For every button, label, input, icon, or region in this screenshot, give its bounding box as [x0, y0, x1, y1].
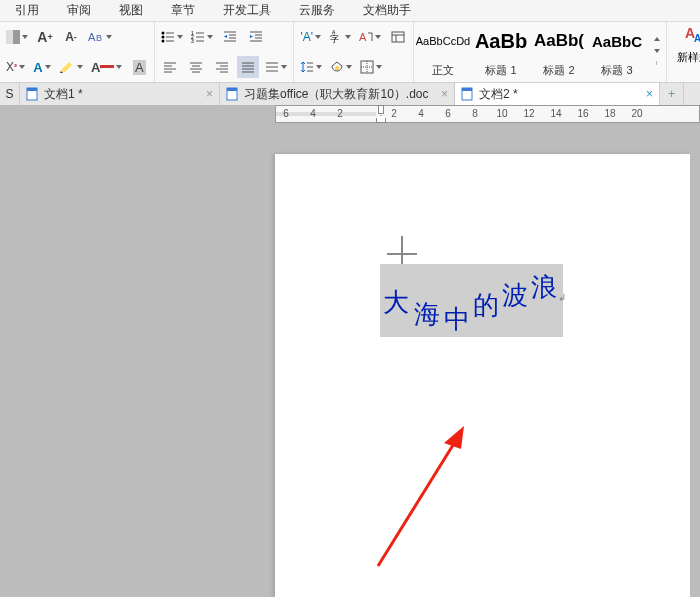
menu-item-cite[interactable]: 引用 — [15, 2, 39, 19]
menu-item-view[interactable]: 视图 — [119, 2, 143, 19]
horizontal-ruler[interactable]: 6422468101214161820 — [0, 105, 700, 125]
svg-text:B: B — [96, 33, 102, 43]
numbering-icon[interactable]: 123 — [189, 26, 215, 48]
svg-text:A: A — [359, 31, 367, 43]
tabs-icon[interactable] — [387, 26, 409, 48]
ribbon: A+ A- AB X² A A A 123 'A' — [0, 22, 700, 83]
new-style-icon: AA — [682, 24, 700, 46]
tab-close-icon[interactable]: × — [206, 87, 213, 101]
svg-point-4 — [162, 40, 165, 43]
borders-icon[interactable] — [358, 56, 384, 78]
ruler-tick: 6 — [276, 108, 296, 119]
tab-close-icon[interactable]: × — [441, 87, 448, 101]
highlight-icon[interactable] — [57, 56, 85, 78]
increase-font-icon[interactable]: A+ — [34, 26, 56, 48]
svg-rect-44 — [392, 32, 404, 42]
ruler-tick: 4 — [411, 108, 431, 119]
svg-point-3 — [162, 36, 165, 39]
edit-dropdown-icon[interactable] — [4, 26, 30, 48]
style-preview: AaBbCcDd — [416, 35, 470, 47]
document-tabbar: S 文档1 * × 习题集office（职大教育新10）.doc × 文档2 *… — [0, 83, 700, 105]
tab-add-icon[interactable]: + — [660, 83, 684, 105]
ruler-tick: 2 — [384, 108, 404, 119]
tab-stub[interactable]: S — [0, 83, 20, 105]
style-preview: AaBb( — [534, 31, 584, 51]
style-heading2[interactable]: AaBb( 标题 2 — [530, 22, 588, 80]
char-shading-icon[interactable]: A — [128, 56, 150, 78]
tab-close-icon[interactable]: × — [646, 87, 653, 101]
menu-item-dochelp[interactable]: 文档助手 — [363, 2, 411, 19]
ruler-tick: 10 — [492, 108, 512, 119]
menu-item-review[interactable]: 审阅 — [67, 2, 91, 19]
decrease-font-icon[interactable]: A- — [60, 26, 82, 48]
menu-item-devtools[interactable]: 开发工具 — [223, 2, 271, 19]
menu-item-section[interactable]: 章节 — [171, 2, 195, 19]
ribbon-group-styles: AaBbCcDd 正文 AaBb 标题 1 AaBb( 标题 2 AaBbC 标… — [414, 22, 667, 82]
svg-text:字: 字 — [330, 34, 339, 44]
shading-icon[interactable] — [328, 56, 354, 78]
style-heading3[interactable]: AaBbC 标题 3 — [588, 22, 646, 80]
tab-doc2[interactable]: 文档2 * × — [455, 83, 660, 105]
ribbon-group-newstyle: AA 新样式 — [667, 22, 700, 82]
ruler-tick: 2 — [330, 108, 350, 119]
align-distribute-icon[interactable] — [263, 56, 289, 78]
align-right-icon[interactable] — [211, 56, 233, 78]
increase-indent-icon[interactable] — [245, 26, 267, 48]
ruler-tick: 8 — [465, 108, 485, 119]
style-normal[interactable]: AaBbCcDd 正文 — [414, 22, 472, 80]
selected-text-box[interactable]: 大海中的波浪↲ — [380, 264, 563, 337]
workspace: 6422468101214161820 大海中的波浪↲ 下降和上升效果 — [0, 105, 700, 597]
style-label: 标题 3 — [588, 60, 646, 80]
ruler-tick: 16 — [573, 108, 593, 119]
svg-rect-57 — [27, 88, 37, 91]
menu-bar: 引用 审阅 视图 章节 开发工具 云服务 文档助手 — [0, 0, 700, 22]
tab-doc1[interactable]: 文档1 * × — [20, 83, 220, 105]
document-char: 大 — [383, 285, 409, 320]
document-char: 的 — [473, 288, 499, 323]
svg-text:A: A — [88, 31, 96, 43]
text-direction-icon[interactable]: A — [357, 26, 383, 48]
ribbon-group-spacing: 'A' A字 A — [294, 22, 414, 82]
ribbon-group-paragraph: 123 — [155, 22, 294, 82]
ribbon-group-font: A+ A- AB X² A A A — [0, 22, 155, 82]
tab-label: 习题集office（职大教育新10）.doc — [244, 86, 429, 103]
style-heading1[interactable]: AaBb 标题 1 — [472, 22, 530, 80]
tab-label: 文档2 * — [479, 86, 518, 103]
phonetic-guide-icon[interactable]: A字 — [327, 26, 353, 48]
menu-item-cloud[interactable]: 云服务 — [299, 2, 335, 19]
ruler-tick: 18 — [600, 108, 620, 119]
tab-label: 文档1 * — [44, 86, 83, 103]
doc-icon — [26, 87, 38, 101]
svg-point-2 — [162, 32, 165, 35]
svg-text:A: A — [694, 33, 700, 44]
document-page[interactable]: 大海中的波浪↲ — [275, 154, 690, 597]
style-label: 标题 1 — [472, 60, 530, 80]
style-label: 正文 — [414, 60, 472, 80]
line-spacing-icon[interactable] — [298, 56, 324, 78]
document-char: 海 — [414, 297, 440, 332]
bullets-icon[interactable] — [159, 26, 185, 48]
change-case-icon[interactable]: AB — [86, 26, 114, 48]
text-color-icon[interactable]: A — [89, 56, 124, 78]
new-style-button[interactable]: AA 新样式 — [671, 24, 700, 65]
tab-workbook[interactable]: 习题集office（职大教育新10）.doc × — [220, 83, 455, 105]
superscript-icon[interactable]: X² — [4, 56, 27, 78]
char-spacing-icon[interactable]: 'A' — [298, 26, 323, 48]
doc-icon — [226, 87, 238, 101]
svg-text:3: 3 — [191, 38, 194, 44]
align-center-icon[interactable] — [185, 56, 207, 78]
decrease-indent-icon[interactable] — [219, 26, 241, 48]
font-color-icon[interactable]: A — [31, 56, 53, 78]
doc-icon — [461, 87, 473, 101]
svg-point-50 — [335, 66, 339, 70]
ruler-tick: 4 — [303, 108, 323, 119]
ruler-tick: 6 — [438, 108, 458, 119]
styles-expand-icon[interactable] — [646, 22, 666, 80]
align-left-icon[interactable] — [159, 56, 181, 78]
ruler-tick: 14 — [546, 108, 566, 119]
align-justify-icon[interactable] — [237, 56, 259, 78]
style-preview: AaBbC — [592, 33, 642, 50]
svg-rect-59 — [227, 88, 237, 91]
document-char: 中 — [444, 302, 470, 337]
svg-rect-61 — [462, 88, 472, 91]
